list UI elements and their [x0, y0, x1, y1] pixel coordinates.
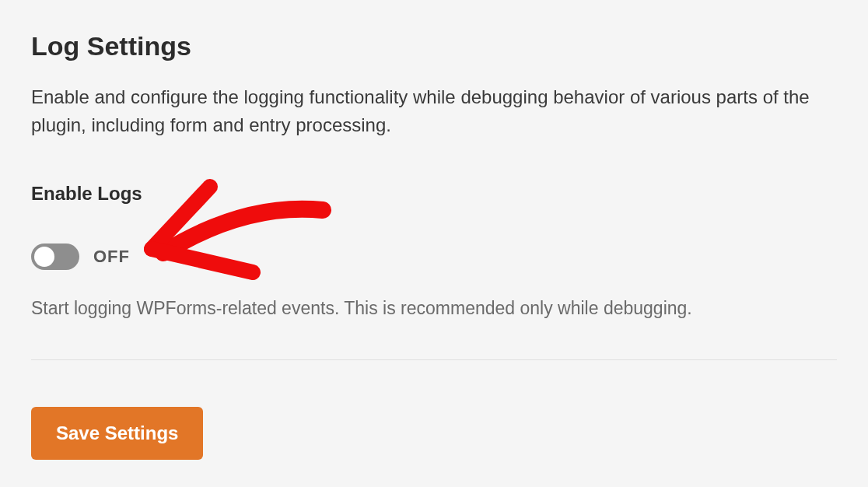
- toggle-state-label: OFF: [93, 247, 130, 267]
- enable-logs-help: Start logging WPForms-related events. Th…: [31, 295, 837, 322]
- enable-logs-label: Enable Logs: [31, 183, 837, 205]
- enable-logs-toggle-row: OFF: [31, 243, 837, 270]
- enable-logs-toggle[interactable]: [31, 243, 79, 270]
- section-title: Log Settings: [31, 31, 837, 61]
- toggle-knob-icon: [34, 247, 54, 267]
- section-description: Enable and configure the logging functio…: [31, 83, 824, 139]
- save-settings-button[interactable]: Save Settings: [31, 407, 203, 460]
- section-divider: [31, 359, 837, 360]
